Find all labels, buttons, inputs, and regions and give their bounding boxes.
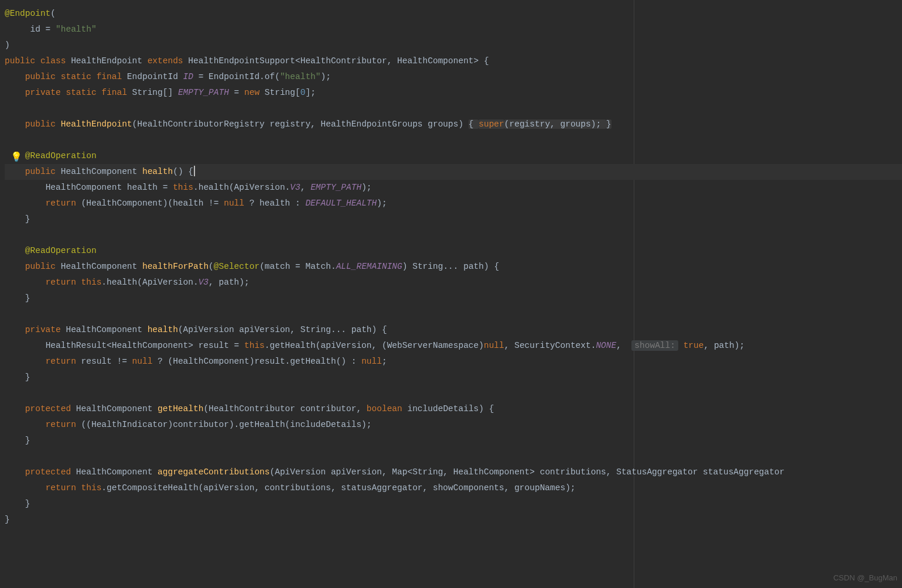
code-line[interactable]: return ((HealthIndicator)contributor).ge… xyxy=(5,417,902,433)
code-line[interactable]: public HealthComponent healthForPath(@Se… xyxy=(5,259,902,275)
code-line[interactable]: } xyxy=(5,370,902,385)
text-caret xyxy=(194,166,195,176)
code-line[interactable]: public static final EndpointId ID = Endp… xyxy=(5,69,902,85)
code-line[interactable]: private static final String[] EMPTY_PATH… xyxy=(5,85,902,101)
parameter-hint: showAll: xyxy=(631,340,678,351)
blank-line[interactable] xyxy=(5,227,902,243)
code-line[interactable]: HealthResult<HealthComponent> result = t… xyxy=(5,338,902,354)
code-line[interactable]: private HealthComponent health(ApiVersio… xyxy=(5,322,902,338)
code-line[interactable]: return this.getCompositeHealth(apiVersio… xyxy=(5,480,902,496)
code-line[interactable]: } xyxy=(5,512,902,528)
code-line[interactable]: HealthComponent health = this.health(Api… xyxy=(5,180,902,196)
blank-line[interactable] xyxy=(5,306,902,322)
code-line-active[interactable]: public HealthComponent health() { xyxy=(5,164,902,180)
code-line[interactable]: id = "health" xyxy=(5,22,902,37)
code-line[interactable]: ) xyxy=(5,37,902,53)
code-line[interactable]: } xyxy=(5,290,902,306)
code-line[interactable]: public class HealthEndpoint extends Heal… xyxy=(5,53,902,69)
code-line[interactable]: @ReadOperation xyxy=(5,243,902,259)
code-line[interactable]: @ReadOperation xyxy=(5,148,902,164)
code-line[interactable]: public HealthEndpoint(HealthContributorR… xyxy=(5,117,902,132)
annotation: @ReadOperation xyxy=(25,246,97,255)
code-line[interactable]: @Endpoint( xyxy=(5,6,902,22)
blank-line[interactable] xyxy=(5,385,902,401)
code-line[interactable]: return this.health(ApiVersion.V3, path); xyxy=(5,275,902,290)
code-line[interactable]: } xyxy=(5,433,902,449)
code-line[interactable]: protected HealthComponent getHealth(Heal… xyxy=(5,401,902,417)
watermark-text: CSDN @_BugMan xyxy=(833,570,897,586)
code-editor[interactable]: @Endpoint( id = "health" ) public class … xyxy=(0,0,902,528)
code-line[interactable]: protected HealthComponent aggregateContr… xyxy=(5,464,902,480)
annotation: @ReadOperation xyxy=(25,151,97,160)
annotation: @Endpoint xyxy=(5,9,50,18)
blank-line[interactable] xyxy=(5,101,902,117)
code-line[interactable]: } xyxy=(5,496,902,512)
blank-line[interactable] xyxy=(5,449,902,464)
code-line[interactable]: } xyxy=(5,211,902,227)
blank-line[interactable] xyxy=(5,132,902,148)
code-line[interactable]: return result != null ? (HealthComponent… xyxy=(5,354,902,370)
code-line[interactable]: return (HealthComponent)(health != null … xyxy=(5,196,902,211)
